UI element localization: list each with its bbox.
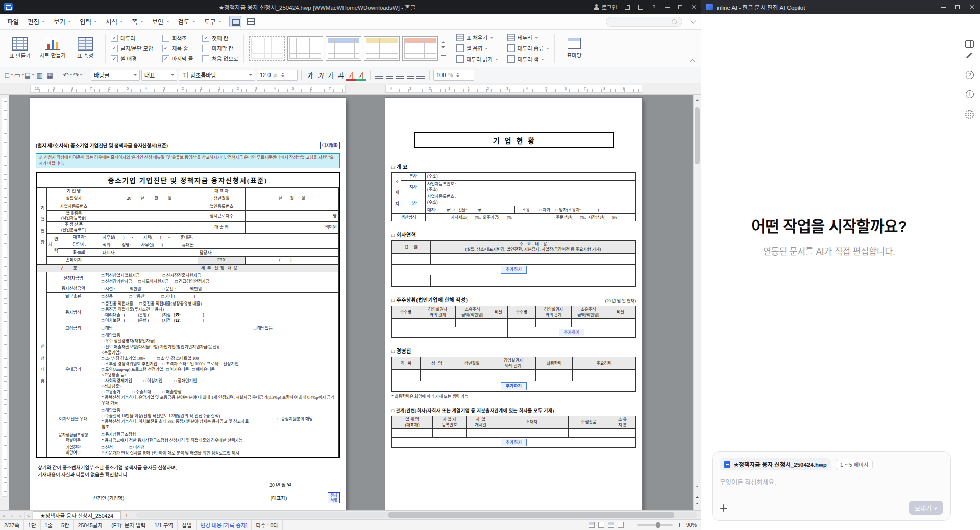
align-left-icon[interactable] xyxy=(386,72,393,79)
align-justify-icon[interactable] xyxy=(375,72,383,79)
vertical-ruler[interactable] xyxy=(0,95,9,510)
view-mode-icon-3[interactable] xyxy=(608,522,614,528)
table-style-thumbnail[interactable] xyxy=(287,36,323,61)
style-option-checkbox[interactable]: 처음 없으로 xyxy=(202,55,238,62)
style-option-checkbox[interactable]: 마지막 줄 xyxy=(162,55,193,62)
add-attachment-button[interactable] xyxy=(720,504,728,512)
gallery-down-icon[interactable] xyxy=(441,46,445,51)
horizontal-ruler[interactable]: 109876543211234567 4321123456789 xyxy=(0,83,701,95)
style-option-checkbox[interactable]: 글자/문단 모양 xyxy=(111,44,153,52)
paragraph-style-select[interactable]: 바탕글 xyxy=(91,70,140,81)
char-style-button[interactable]: 가 xyxy=(315,69,326,81)
ribbon-collapse-icon[interactable] xyxy=(690,58,696,64)
menu-item[interactable]: 서식 xyxy=(102,15,128,29)
menu-item[interactable]: 입력 xyxy=(76,15,102,29)
char-style-button[interactable]: 가 xyxy=(356,69,366,81)
new-tab-button[interactable]: + xyxy=(121,511,132,519)
char-style-button[interactable]: 가 xyxy=(326,69,336,81)
menu-item[interactable]: 편집 xyxy=(23,15,50,29)
char-style-button[interactable]: 가 xyxy=(336,69,346,81)
file-tool-icon[interactable]: ▤ xyxy=(24,69,35,81)
next-page-icon[interactable] xyxy=(696,503,699,506)
table-gallery-button[interactable]: 표마당 xyxy=(560,38,589,59)
gallery-more-icon[interactable] xyxy=(441,54,446,57)
menu-item[interactable]: 파일 xyxy=(3,15,23,29)
table-style-thumbnail[interactable] xyxy=(249,36,285,61)
char-style-button[interactable]: 가 xyxy=(305,69,315,81)
document-area[interactable]: [별지 제2호서식] 중소기업 기업진단 및 정책자금 융자신청서(표준) 디지… xyxy=(0,95,701,510)
style-option-checkbox[interactable]: 회색조 xyxy=(162,34,193,42)
table-style-thumbnail[interactable] xyxy=(402,36,438,61)
file-tool-icon[interactable]: □ xyxy=(4,69,14,81)
undo-redo-icon[interactable]: ↶ xyxy=(63,69,73,81)
close-button[interactable] xyxy=(691,4,697,10)
chat-placeholder[interactable]: 무엇이든 작성하세요. xyxy=(720,477,943,487)
style-option-checkbox[interactable]: 셀 배경 xyxy=(111,55,153,62)
ribbon-button[interactable]: 표 속성 xyxy=(70,37,100,59)
border-tool-button[interactable]: 테두리 굵기 xyxy=(456,55,498,63)
maximize-button[interactable] xyxy=(677,4,683,10)
style-option-checkbox[interactable]: 첫째 칸 xyxy=(202,34,238,42)
size-stepper[interactable] xyxy=(281,71,284,79)
menu-item[interactable]: 보기 xyxy=(50,15,76,29)
page-1-application-form[interactable]: [별지 제2호서식] 중소기업 기업진단 및 정책자금 융자신청서(표준) 디지… xyxy=(30,98,346,510)
gear-icon[interactable] xyxy=(965,110,974,119)
border-tool-button[interactable]: 테두리 색 xyxy=(507,55,549,63)
font-select[interactable]: T함초롬바탕 xyxy=(179,70,255,81)
scroll-up-icon[interactable] xyxy=(696,98,699,101)
menu-item[interactable]: 쪽 xyxy=(128,15,148,29)
add-row-button[interactable]: 추가하기 xyxy=(501,439,527,446)
vertical-scrollbar[interactable] xyxy=(693,95,701,510)
ai-close-button[interactable] xyxy=(969,4,975,10)
zoom-out-icon[interactable] xyxy=(627,522,633,528)
fullscreen-icon[interactable] xyxy=(624,4,630,10)
attached-file-chip[interactable]: ★정책자금 융자 신청서_250424.hwp xyxy=(720,458,831,470)
add-row-button[interactable]: 추가하기 xyxy=(559,329,585,336)
style-set-select[interactable]: 대표 xyxy=(141,70,177,81)
add-row-button[interactable]: 추가하기 xyxy=(501,266,527,273)
help-icon[interactable]: ? xyxy=(651,4,657,10)
page-2-company-status[interactable]: 기업현황 □ 개 요 소 재 지본사(주소)지사사업자등록번호 : (주소)공장… xyxy=(385,98,642,510)
chat-input-card[interactable]: ★정책자금 융자 신청서_250424.hwp 1 ~ 5 페이지 무엇이든 작… xyxy=(712,451,951,521)
send-button[interactable]: 보내기 xyxy=(909,501,943,515)
menu-item[interactable]: 검토 xyxy=(174,15,200,29)
align-right-icon[interactable] xyxy=(407,72,414,79)
layout-icon[interactable] xyxy=(638,4,644,10)
style-option-checkbox[interactable]: 제목 줄 xyxy=(162,44,193,52)
panel-toggle-icon[interactable] xyxy=(965,39,974,48)
zoom-in-icon[interactable] xyxy=(676,522,682,528)
align-center-icon[interactable] xyxy=(396,72,404,79)
gallery-up-icon[interactable] xyxy=(441,39,445,43)
view-mode-icon-2[interactable] xyxy=(598,522,604,528)
border-tool-button[interactable]: 테두리 종류 xyxy=(507,44,549,52)
ai-maximize-button[interactable] xyxy=(954,4,961,10)
zoom-slider-knob[interactable] xyxy=(656,522,660,528)
add-row-button[interactable]: 추가하기 xyxy=(501,382,527,390)
file-tool-icon[interactable]: ▥ xyxy=(35,69,45,81)
undo-redo-icon[interactable]: ↷ xyxy=(73,69,83,81)
style-option-checkbox[interactable]: 테두리 xyxy=(111,34,153,42)
align-distribute-icon[interactable] xyxy=(416,72,425,79)
document-tab[interactable]: ★정책자금 융자 신청서_250424 xyxy=(33,511,121,519)
char-style-button[interactable]: 가 xyxy=(346,69,356,81)
file-tool-icon[interactable]: ▭ xyxy=(14,69,24,81)
font-size-select[interactable]: 12.0pt xyxy=(257,70,298,81)
horizontal-scroll-thumb[interactable] xyxy=(388,512,674,518)
view-mode-icon-4[interactable] xyxy=(618,522,624,528)
spacing-stepper[interactable] xyxy=(456,71,459,79)
cell-context-tab[interactable] xyxy=(244,16,257,27)
quick-search-input[interactable] xyxy=(606,17,682,27)
file-tool-icon[interactable]: ▦ xyxy=(45,69,55,81)
minimize-button[interactable] xyxy=(664,4,670,10)
vertical-scroll-thumb[interactable] xyxy=(695,107,700,164)
border-tool-button[interactable]: 표 채우기 xyxy=(456,34,498,41)
ai-minimize-button[interactable] xyxy=(940,4,946,10)
collapse-ribbon-icon[interactable] xyxy=(690,18,697,25)
scroll-down-icon[interactable] xyxy=(696,486,699,489)
border-tool-button[interactable]: 테두리 xyxy=(507,34,549,41)
table-style-thumbnail[interactable] xyxy=(364,36,400,61)
horizontal-scrollbar[interactable] xyxy=(136,512,697,518)
ribbon-button[interactable]: 차트 만들기 xyxy=(38,37,67,59)
login-button[interactable]: 로그인 xyxy=(594,3,617,11)
line-spacing-select[interactable]: 100% xyxy=(433,70,474,81)
